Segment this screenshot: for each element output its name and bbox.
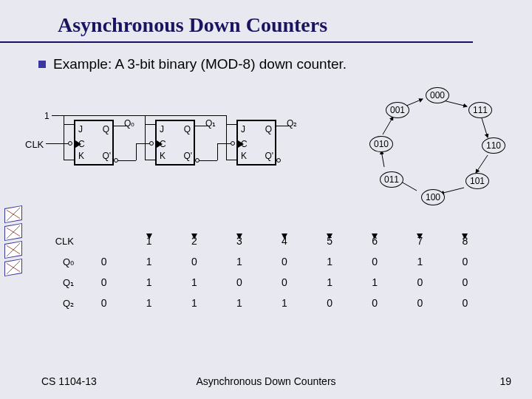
clk-tick: 3 xyxy=(216,235,262,247)
bullet-list: Example: A 3-bit binary (MOD-8) down cou… xyxy=(38,56,532,72)
timing-row-clk: CLK 1 2 3 4 5 6 7 8 xyxy=(44,231,488,251)
down-arrow-icon xyxy=(146,233,152,239)
timing-row-q1: Q₁ 0 1 1 0 0 1 1 0 0 xyxy=(44,272,488,293)
ff-j-label: J xyxy=(78,124,83,134)
timing-table: CLK 1 2 3 4 5 6 7 8 Q₀ 0 1 0 1 0 1 0 1 0… xyxy=(44,231,488,313)
decor-square-icon xyxy=(4,223,22,241)
down-arrow-icon xyxy=(236,233,242,239)
decor-square-icon xyxy=(4,205,22,223)
down-arrow-icon xyxy=(282,233,287,239)
clk-tick: 1 xyxy=(126,235,171,247)
output-q2-label: Q₂ xyxy=(287,118,297,129)
state-001: 001 xyxy=(386,102,409,118)
down-arrow-icon xyxy=(417,233,423,239)
slide-footer: CS 1104-13 Asynchronous Down Counters 19 xyxy=(0,375,532,387)
down-arrow-icon xyxy=(372,233,378,239)
timing-q0-label: Q₀ xyxy=(44,256,81,267)
clk-tick: 5 xyxy=(307,235,352,247)
ff-k-label: K xyxy=(241,151,247,161)
ff-qp-label: Q' xyxy=(102,151,111,161)
bullet-text: Example: A 3-bit binary (MOD-8) down cou… xyxy=(53,56,347,72)
ff-j-label: J xyxy=(241,124,245,134)
clock-edge-icon xyxy=(75,140,81,148)
logic-high-label: 1 xyxy=(44,111,50,121)
state-100: 100 xyxy=(421,189,445,205)
clk-tick: 8 xyxy=(443,235,488,247)
ff-q-label: Q xyxy=(265,124,272,134)
flipflop-2: J K C Q Q' xyxy=(236,120,276,166)
state-111: 111 xyxy=(468,102,492,118)
timing-q1-label: Q₁ xyxy=(44,277,81,288)
bullet-square-icon xyxy=(38,61,46,68)
down-arrow-icon xyxy=(462,233,468,239)
clk-tick: 4 xyxy=(262,235,307,247)
ff-qp-label: Q' xyxy=(183,151,192,161)
footer-left: CS 1104-13 xyxy=(41,375,97,387)
state-011: 011 xyxy=(380,171,403,188)
ff-q-label: Q xyxy=(184,124,191,134)
clock-edge-icon xyxy=(238,140,244,148)
state-010: 010 xyxy=(369,136,393,152)
state-101: 101 xyxy=(466,173,489,189)
state-diagram: 000 111 110 101 100 011 010 001 xyxy=(364,84,511,210)
output-q0-label: Q₀ xyxy=(124,118,134,129)
clk-tick: 6 xyxy=(352,235,398,247)
ff-j-label: J xyxy=(160,124,164,134)
decor-square-icon xyxy=(4,259,22,276)
flipflop-1: J K C Q Q' xyxy=(155,120,195,166)
timing-clk-label: CLK xyxy=(44,236,81,247)
down-arrow-icon xyxy=(327,233,332,239)
state-000: 000 xyxy=(426,87,449,103)
bullet-item: Example: A 3-bit binary (MOD-8) down cou… xyxy=(38,56,532,72)
decor-stack xyxy=(4,207,27,278)
slide: Asynchronous Down Counters Example: A 3-… xyxy=(0,0,532,399)
clk-tick: 7 xyxy=(398,235,443,247)
ff-q-label: Q xyxy=(103,124,109,134)
timing-row-q0: Q₀ 0 1 0 1 0 1 0 1 0 xyxy=(44,251,488,272)
timing-row-q2: Q₂ 0 1 1 1 1 0 0 0 0 xyxy=(44,293,488,313)
timing-q2-label: Q₂ xyxy=(44,298,81,309)
ff-k-label: K xyxy=(160,151,166,161)
footer-right: 19 xyxy=(499,375,511,387)
clk-tick: 2 xyxy=(171,235,216,247)
ff-k-label: K xyxy=(78,151,84,161)
clk-label: CLK xyxy=(25,139,44,150)
output-q1-label: Q₁ xyxy=(205,118,216,129)
decor-square-icon xyxy=(4,241,22,259)
down-arrow-icon xyxy=(191,233,197,239)
ff-qp-label: Q' xyxy=(265,151,273,161)
footer-center: Asynchronous Down Counters xyxy=(196,375,335,387)
slide-title: Asynchronous Down Counters xyxy=(0,13,473,43)
state-110: 110 xyxy=(482,137,505,154)
clock-edge-icon xyxy=(157,140,163,148)
flipflop-0: J K C Q Q' xyxy=(74,120,114,166)
